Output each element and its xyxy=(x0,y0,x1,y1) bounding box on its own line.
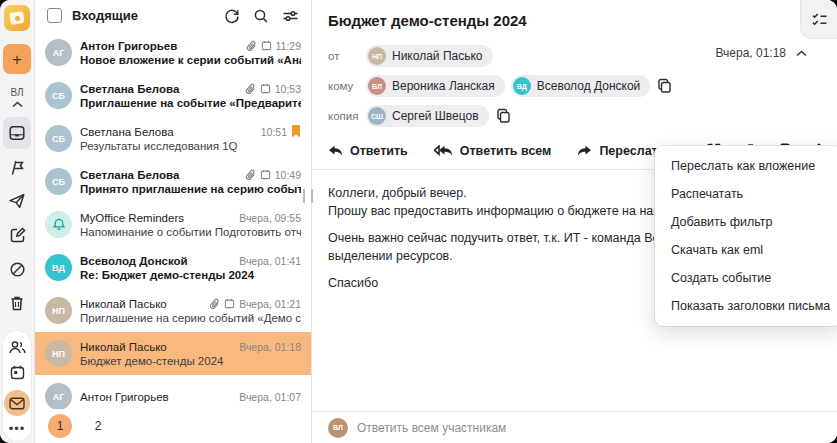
message-subject: Бюджет демо-стенды 2024 xyxy=(80,355,301,367)
sender-name: Николай Пасько xyxy=(80,298,205,310)
copy-cc-icon[interactable] xyxy=(496,108,511,124)
bookmark-flag-icon xyxy=(291,125,301,138)
recipient-name: Николай Пасько xyxy=(392,49,483,63)
quick-reply-bar[interactable]: ВЛ Ответить всем участникам xyxy=(312,411,837,443)
trash-icon[interactable] xyxy=(3,287,31,319)
message-list-item[interactable]: СБ Светлана Белова 10:53 Приглашение на … xyxy=(35,74,311,117)
search-icon[interactable] xyxy=(253,8,269,24)
message-time: Вчера, 01:07 xyxy=(239,391,301,403)
message-subject: Принято приглашение на серию событий «..… xyxy=(80,183,301,195)
tasks-panel-toggle[interactable] xyxy=(800,0,837,39)
folder-title: Входящие xyxy=(72,8,214,23)
to-chips: ВЛ Вероника Ланская ВД Всеволод Донской xyxy=(366,75,650,97)
app-sidebar: + ВЛ xyxy=(0,0,35,443)
cc-label: копия xyxy=(328,110,366,122)
context-menu-item[interactable]: Распечатать xyxy=(655,180,837,208)
list-header-icons xyxy=(224,8,299,24)
app-dock: ••• xyxy=(3,331,31,441)
from-chips: НП Николай Пасько xyxy=(366,45,493,67)
forward-button[interactable]: Переслать xyxy=(577,144,665,158)
recipient-avatar: СШ xyxy=(368,107,386,125)
message-list-item[interactable]: НП Николай Пасько Вчера, 01:21 Приглашен… xyxy=(35,289,311,332)
calendar-icon[interactable] xyxy=(9,364,26,381)
event-calendar-icon xyxy=(224,298,235,309)
email-subject: Бюджет демо-стенды 2024 xyxy=(312,0,837,29)
event-calendar-icon xyxy=(260,83,271,94)
user-initials-label: ВЛ xyxy=(10,87,23,98)
context-menu-item[interactable]: Переслать как вложение xyxy=(655,152,837,180)
app-screen: + ВЛ xyxy=(0,0,837,443)
context-menu-item[interactable]: Показать заголовки письма xyxy=(655,292,837,320)
recipient-chip[interactable]: ВД Всеволод Донской xyxy=(511,75,651,97)
select-all-checkbox[interactable] xyxy=(47,8,62,23)
message-subject: Приглашение на событие «Предварительно..… xyxy=(80,97,301,109)
pane-resize-handle[interactable] xyxy=(303,189,313,203)
refresh-icon[interactable] xyxy=(224,8,240,24)
message-time: Вчера, 01:21 xyxy=(239,298,301,310)
context-menu-item[interactable]: Скачать как eml xyxy=(655,236,837,264)
email-meta: от НП Николай Пасько Вчера, 01:18 кому В… xyxy=(312,29,837,127)
page-button[interactable]: 2 xyxy=(86,414,110,438)
inbox-icon[interactable] xyxy=(3,117,31,149)
recipient-chip[interactable]: ВЛ Вероника Ланская xyxy=(366,75,505,97)
reading-pane: Бюджет демо-стенды 2024 от НП Николай Па… xyxy=(312,0,837,443)
email-time-area: Вчера, 01:18 xyxy=(715,46,807,60)
sender-avatar: СБ xyxy=(45,125,72,152)
chevron-up-icon[interactable] xyxy=(12,101,23,108)
sender-avatar: СБ xyxy=(45,82,72,109)
recipient-avatar: ВЛ xyxy=(368,77,386,95)
compose-icon[interactable] xyxy=(3,219,31,251)
contacts-icon[interactable] xyxy=(8,340,27,355)
mail-icon[interactable] xyxy=(4,390,30,416)
message-list-item[interactable]: СБ Светлана Белова 10:51 Результаты иссл… xyxy=(35,117,311,160)
message-time: 11:29 xyxy=(276,40,302,52)
sender-avatar: НП xyxy=(45,297,72,324)
message-list-item[interactable]: MyOffice Reminders Вчера, 09:55 Напомина… xyxy=(35,203,311,246)
sender-name: Антон Григорьев xyxy=(80,391,235,403)
cc-row: копия СШ Сергей Швецов xyxy=(328,105,821,127)
reply-all-label: Ответить всем xyxy=(460,144,552,158)
sender-avatar: НП xyxy=(45,340,72,367)
more-apps-icon[interactable]: ••• xyxy=(9,425,26,436)
reply-button[interactable]: Ответить xyxy=(328,144,408,158)
filter-sliders-icon[interactable] xyxy=(282,9,299,23)
sender-avatar: АГ xyxy=(45,383,72,410)
message-subject: Результаты исследования 1Q xyxy=(80,140,301,152)
reply-all-button[interactable]: Ответить всем xyxy=(434,144,552,158)
context-menu-item[interactable]: Создать событие xyxy=(655,264,837,292)
copy-recipients-icon[interactable] xyxy=(657,78,672,94)
attachment-paperclip-icon xyxy=(246,40,257,52)
message-list-item[interactable]: НП Николай Пасько Вчера, 01:18 Бюджет де… xyxy=(35,332,311,375)
recipient-avatar: ВД xyxy=(513,77,531,95)
message-subject: Приглашение на серию событий «Демо стен.… xyxy=(80,312,301,324)
recipient-chip[interactable]: НП Николай Пасько xyxy=(366,45,493,67)
bell-icon xyxy=(45,211,72,238)
recipient-chip[interactable]: СШ Сергей Швецов xyxy=(366,105,489,127)
list-header: Входящие xyxy=(35,0,311,31)
message-time: 10:49 xyxy=(275,169,301,181)
myoffice-logo-icon xyxy=(4,5,30,31)
event-calendar-icon xyxy=(261,40,272,51)
recipient-name: Вероника Ланская xyxy=(392,79,495,93)
page-button[interactable]: 1 xyxy=(48,414,72,438)
from-label: от xyxy=(328,50,366,62)
sender-avatar: АГ xyxy=(45,39,72,66)
message-list-item[interactable]: АГ Антон Григорьев 11:29 Новое вложение … xyxy=(35,31,311,74)
message-list-item[interactable]: СБ Светлана Белова 10:49 Принято приглаш… xyxy=(35,160,311,203)
mail-app-window: + ВЛ xyxy=(0,0,837,443)
event-calendar-icon xyxy=(260,169,271,180)
message-list-pane: Входящие АГ Антон Григорьев xyxy=(35,0,312,443)
message-subject: Новое вложение к серии событий «Аналити.… xyxy=(80,54,301,66)
context-menu-item[interactable]: Добавить фильтр xyxy=(655,208,837,236)
collapse-header-icon[interactable] xyxy=(796,50,807,57)
block-icon[interactable] xyxy=(3,253,31,285)
flag-icon[interactable] xyxy=(3,151,31,183)
sender-avatar: ВД xyxy=(45,254,72,281)
message-subject: Напоминание о событии Подготовить отчет.… xyxy=(80,226,301,238)
compose-new-button[interactable]: + xyxy=(3,44,31,74)
pagination: 12 xyxy=(35,409,311,443)
message-list-item[interactable]: ВД Всеволод Донской Вчера, 01:41 Re: Бюд… xyxy=(35,246,311,289)
to-label: кому xyxy=(328,80,366,92)
message-time: Вчера, 01:18 xyxy=(239,341,301,353)
paper-plane-icon[interactable] xyxy=(3,185,31,217)
